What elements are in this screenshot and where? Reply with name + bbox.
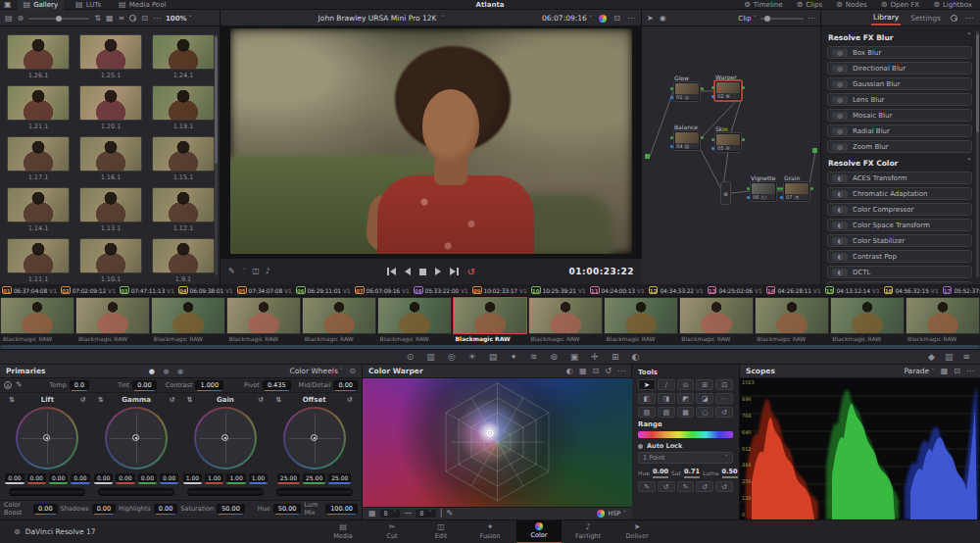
pointer-tool-icon[interactable]: ➤: [647, 15, 654, 23]
gallery-zoom-level[interactable]: 100%˅: [166, 15, 192, 23]
palette-icon[interactable]: ⊞: [612, 352, 619, 362]
channel-value[interactable]: 1.00: [226, 473, 245, 484]
tool-button[interactable]: ◩: [677, 393, 695, 404]
adjustment-value[interactable]: 100.00: [325, 504, 358, 514]
viewer-timecode[interactable]: 06:07:09:16˅: [542, 14, 592, 23]
rgb-output-dot[interactable]: [742, 138, 745, 141]
timeline-clip-thumbnail[interactable]: [226, 297, 301, 334]
wheel-slider-icon[interactable]: ⇅: [98, 397, 104, 404]
loop-button[interactable]: ↺: [467, 267, 475, 277]
fx-item[interactable]: ◍ Zoom Blur: [827, 140, 972, 153]
chevron-down-icon[interactable]: ˅: [243, 268, 247, 275]
timeline-clip-thumbnail[interactable]: [755, 297, 829, 334]
gain-master-wheel[interactable]: [187, 488, 264, 496]
adjustment-value[interactable]: 0.00: [132, 380, 156, 390]
play-button[interactable]: [435, 268, 441, 275]
channel-value[interactable]: 1.00: [205, 473, 223, 484]
timeline-clip-thumbnail[interactable]: [679, 297, 754, 334]
gallery-scrollbar[interactable]: [215, 34, 218, 275]
tool-button[interactable]: ◪: [696, 393, 713, 404]
palette-utility-icon[interactable]: ≡: [962, 352, 970, 362]
wheel-slider-icon[interactable]: ⇅: [9, 397, 15, 404]
timeline-clip-thumbnail[interactable]: [830, 297, 905, 334]
reset-icon[interactable]: ↺: [605, 368, 612, 375]
palette-icon[interactable]: ⊚: [550, 352, 558, 362]
palette-icon[interactable]: ≋: [530, 352, 538, 362]
channel-value[interactable]: 0.00: [49, 473, 68, 484]
warper-mode-dropdown[interactable]: HSP˅: [609, 510, 626, 518]
layer-mixer-node[interactable]: ⊕: [720, 181, 731, 205]
luma-value[interactable]: 0.50: [722, 468, 738, 478]
fx-item[interactable]: ◍ Gaussian Blur: [827, 77, 972, 90]
timeline-clip-thumbnail[interactable]: [75, 297, 150, 334]
channel-value[interactable]: 0.00: [116, 473, 134, 484]
key-input-dot[interactable]: [747, 196, 750, 199]
channel-value[interactable]: 1.00: [183, 473, 202, 484]
palette-icon[interactable]: ⊙: [407, 352, 415, 362]
timeline-clip-cell[interactable]: 06 06:29:11:01 V1: [294, 284, 353, 296]
grid-icon[interactable]: ▦: [941, 368, 949, 375]
expand-icon[interactable]: ⊡: [954, 368, 960, 375]
adjustment-value[interactable]: 0.435: [263, 380, 291, 390]
channel-value[interactable]: 0.00: [27, 473, 46, 484]
more-icon[interactable]: ⋯: [965, 15, 973, 23]
top-left-tab[interactable]: ▤ Gallery: [18, 0, 65, 10]
timeline-clip-cell[interactable]: 02 07:02:09:12 V1: [59, 284, 118, 296]
wheel-slider-icon[interactable]: ⇅: [187, 397, 193, 404]
gamma-color-wheel[interactable]: [105, 407, 168, 469]
palette-icon[interactable]: ▥: [426, 352, 435, 362]
go-to-first-frame-button[interactable]: [387, 268, 396, 275]
gallery-size-slider[interactable]: [28, 18, 89, 20]
still-albums-icon[interactable]: ▤: [5, 15, 13, 23]
timeline-clip-cell[interactable]: 17 05:52:37:07 V1: [941, 284, 980, 296]
tool-button[interactable]: ◧: [638, 393, 656, 404]
list-view-icon[interactable]: ≡: [119, 15, 125, 23]
timeline-clip-cell[interactable]: 09 10:02:33:17 V1: [470, 284, 529, 296]
page-tab[interactable]: ♪ Fairlight: [565, 520, 611, 543]
top-right-tab[interactable]: ⊚ Open FX: [879, 0, 921, 10]
timeline-clip-thumbnail[interactable]: [377, 297, 452, 334]
picker-icon[interactable]: ✎: [16, 381, 23, 389]
reset-icon[interactable]: ↺: [347, 397, 353, 404]
node-grain[interactable]: Grain 07◔: [783, 181, 810, 202]
timeline-clip-cell[interactable]: 05 07:34:07:08 V1: [235, 284, 294, 296]
node-balance[interactable]: Balance 04▥: [673, 130, 701, 151]
palette-utility-icon[interactable]: ◆: [928, 352, 935, 362]
key-input-dot[interactable]: [670, 145, 673, 148]
panel-toggle-icon[interactable]: ▣: [4, 1, 12, 9]
top-left-tab[interactable]: ▤ LUTs: [70, 0, 107, 10]
grade-bypass-icon[interactable]: [599, 15, 607, 23]
fx-item[interactable]: ◐ DCTL: [827, 266, 972, 278]
tool-button[interactable]: ⋯: [715, 393, 733, 404]
rgb-output-dot[interactable]: [810, 187, 813, 190]
more-icon[interactable]: ⋯: [966, 368, 974, 375]
hue-range-bar[interactable]: [638, 431, 733, 438]
gallery-still[interactable]: 1.12.1: [151, 187, 216, 232]
fx-item[interactable]: ◍ Box Blur: [827, 46, 972, 59]
node-mode-dropdown[interactable]: Clip˅: [738, 15, 757, 23]
palette-icon[interactable]: ☀: [468, 352, 476, 362]
grid-icon[interactable]: ▦: [579, 368, 587, 375]
tool-button[interactable]: ▩: [677, 407, 695, 418]
expand-icon[interactable]: ⊡: [141, 15, 148, 23]
rgb-input-dot[interactable]: [780, 187, 783, 190]
page-tab[interactable]: Color: [516, 520, 562, 543]
timeline-clip-cell[interactable]: 11 04:24:00:13 V1: [588, 284, 647, 296]
node-zoom-slider[interactable]: [760, 18, 804, 20]
palette-icon[interactable]: ✛: [591, 352, 599, 362]
library-section-header[interactable]: Resolve FX Blur ˆ: [827, 30, 972, 46]
more-icon[interactable]: ⋯: [617, 368, 625, 375]
offset-color-wheel[interactable]: [283, 407, 346, 469]
timeline-clip-thumbnail[interactable]: [302, 297, 376, 334]
page-tab[interactable]: ▤ Media: [320, 520, 366, 543]
adjustment-value[interactable]: 50.00: [273, 504, 302, 514]
node-glow[interactable]: Glow 01◎: [673, 81, 701, 102]
channel-value[interactable]: 0.00: [71, 473, 89, 484]
lift-master-wheel[interactable]: [9, 488, 85, 496]
pan-tool-icon[interactable]: ◉: [660, 15, 666, 23]
rgb-input-dot[interactable]: [711, 138, 714, 141]
warper-canvas[interactable]: [363, 378, 632, 507]
tool-button[interactable]: ↺: [658, 481, 675, 492]
gallery-still[interactable]: 1.25.1: [78, 34, 143, 79]
tool-button[interactable]: ↺: [715, 481, 733, 492]
